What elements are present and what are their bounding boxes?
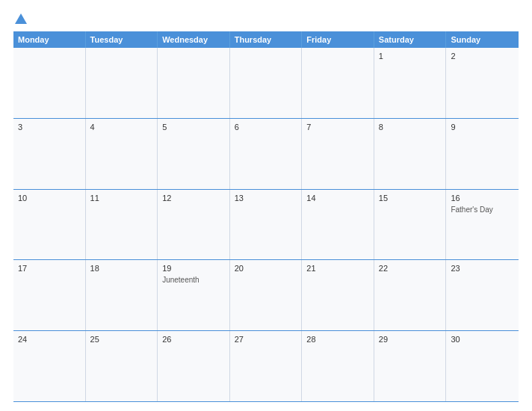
calendar-cell: 10 bbox=[13, 190, 86, 260]
calendar-cell: 12 bbox=[158, 190, 230, 260]
calendar-cell: 30 bbox=[446, 331, 519, 401]
calendar-cell: 7 bbox=[302, 119, 374, 189]
calendar-cell: 15 bbox=[374, 190, 447, 260]
logo bbox=[13, 13, 28, 24]
calendar: MondayTuesdayWednesdayThursdayFridaySatu… bbox=[13, 31, 519, 402]
day-number: 18 bbox=[90, 264, 153, 273]
calendar-cell: 4 bbox=[86, 119, 158, 189]
day-number: 27 bbox=[235, 335, 297, 344]
calendar-cell: 5 bbox=[158, 119, 230, 189]
calendar-cell bbox=[13, 48, 86, 118]
day-number: 5 bbox=[162, 123, 225, 132]
day-number: 1 bbox=[379, 52, 442, 61]
day-number: 26 bbox=[162, 335, 225, 344]
calendar-cell bbox=[158, 48, 230, 118]
calendar-cell: 9 bbox=[446, 119, 519, 189]
calendar-cell: 14 bbox=[302, 190, 374, 260]
day-number: 25 bbox=[90, 335, 153, 344]
day-number: 7 bbox=[306, 123, 369, 132]
calendar-cell: 18 bbox=[86, 260, 158, 330]
day-number: 11 bbox=[90, 194, 153, 203]
day-number: 9 bbox=[451, 123, 514, 132]
day-number: 2 bbox=[451, 52, 514, 61]
day-number: 29 bbox=[379, 335, 442, 344]
day-number: 28 bbox=[306, 335, 369, 344]
header-day-sunday: Sunday bbox=[446, 31, 519, 48]
day-number: 3 bbox=[18, 123, 81, 132]
day-number: 4 bbox=[90, 123, 153, 132]
calendar-cell: 25 bbox=[86, 331, 158, 401]
day-number: 23 bbox=[451, 264, 514, 273]
calendar-cell: 19Juneteenth bbox=[158, 260, 230, 330]
day-number: 10 bbox=[18, 194, 81, 203]
logo-triangle-icon bbox=[15, 13, 27, 24]
calendar-cell: 6 bbox=[230, 119, 303, 189]
calendar-week-1: 12 bbox=[13, 48, 519, 119]
header-day-monday: Monday bbox=[13, 31, 86, 48]
header bbox=[13, 13, 519, 24]
day-number: 6 bbox=[235, 123, 297, 132]
header-day-wednesday: Wednesday bbox=[158, 31, 230, 48]
calendar-cell: 8 bbox=[374, 119, 447, 189]
day-number: 21 bbox=[306, 264, 369, 273]
day-number: 20 bbox=[235, 264, 297, 273]
calendar-cell: 26 bbox=[158, 331, 230, 401]
calendar-week-5: 24252627282930 bbox=[13, 331, 519, 402]
day-number: 13 bbox=[235, 194, 297, 203]
day-number: 15 bbox=[379, 194, 442, 203]
calendar-cell: 27 bbox=[230, 331, 303, 401]
header-day-thursday: Thursday bbox=[230, 31, 303, 48]
calendar-cell: 20 bbox=[230, 260, 303, 330]
day-number: 24 bbox=[18, 335, 81, 344]
header-day-saturday: Saturday bbox=[374, 31, 447, 48]
calendar-cell: 1 bbox=[374, 48, 447, 118]
day-number: 19 bbox=[162, 264, 225, 273]
day-number: 16 bbox=[451, 194, 514, 203]
calendar-cell: 24 bbox=[13, 331, 86, 401]
day-number: 30 bbox=[451, 335, 514, 344]
header-day-friday: Friday bbox=[302, 31, 374, 48]
day-event: Juneteenth bbox=[162, 275, 225, 285]
day-number: 22 bbox=[379, 264, 442, 273]
day-number: 14 bbox=[306, 194, 369, 203]
calendar-cell bbox=[230, 48, 303, 118]
calendar-cell: 3 bbox=[13, 119, 86, 189]
calendar-cell: 21 bbox=[302, 260, 374, 330]
calendar-week-3: 10111213141516Father's Day bbox=[13, 190, 519, 261]
calendar-header: MondayTuesdayWednesdayThursdayFridaySatu… bbox=[13, 31, 519, 48]
calendar-cell bbox=[302, 48, 374, 118]
calendar-week-2: 3456789 bbox=[13, 119, 519, 190]
calendar-cell bbox=[86, 48, 158, 118]
calendar-cell: 13 bbox=[230, 190, 303, 260]
day-number: 8 bbox=[379, 123, 442, 132]
header-day-tuesday: Tuesday bbox=[86, 31, 158, 48]
calendar-cell: 23 bbox=[446, 260, 519, 330]
day-number: 17 bbox=[18, 264, 81, 273]
calendar-cell: 16Father's Day bbox=[446, 190, 519, 260]
calendar-body: 12345678910111213141516Father's Day17181… bbox=[13, 48, 519, 402]
page: MondayTuesdayWednesdayThursdayFridaySatu… bbox=[0, 0, 532, 411]
calendar-cell: 28 bbox=[302, 331, 374, 401]
calendar-cell: 2 bbox=[446, 48, 519, 118]
day-number: 12 bbox=[162, 194, 225, 203]
day-event: Father's Day bbox=[451, 205, 514, 214]
calendar-cell: 17 bbox=[13, 260, 86, 330]
calendar-week-4: 171819Juneteenth20212223 bbox=[13, 260, 519, 331]
calendar-cell: 11 bbox=[86, 190, 158, 260]
calendar-cell: 29 bbox=[374, 331, 447, 401]
calendar-cell: 22 bbox=[374, 260, 447, 330]
